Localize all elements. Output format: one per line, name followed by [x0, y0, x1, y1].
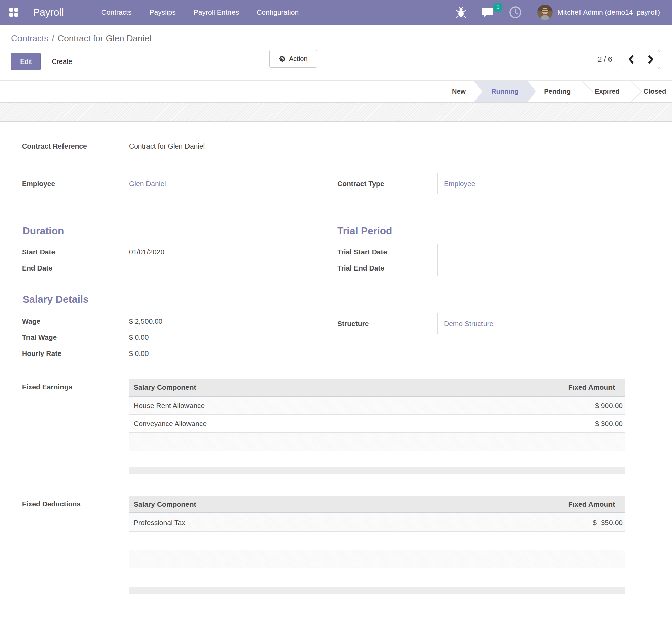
contract-reference-field: Contract Reference Contract for Glen Dan… [0, 136, 672, 157]
trial-start-date-label: Trial Start Date [337, 248, 387, 256]
statusbar-row: New Running Pending Expired Closed [0, 81, 672, 103]
section-title-duration: Duration [23, 225, 336, 237]
section-title-trial-period: Trial Period [337, 225, 672, 237]
pager: 2 / 6 [598, 50, 660, 69]
wage-value: $ 2,500.00 [129, 317, 162, 325]
trial-end-date-label: Trial End Date [337, 264, 384, 272]
user-name: Mitchell Admin (demo14_payroll) [558, 8, 660, 17]
status-step-new[interactable]: New [440, 81, 477, 103]
table-footer-bar [129, 587, 625, 594]
nav-menu-contracts[interactable]: Contracts [101, 8, 132, 17]
table-blank-area [129, 568, 625, 587]
column-header-fixed-amount[interactable]: Fixed Amount [405, 496, 625, 513]
table-footer-bar [129, 467, 625, 474]
app-title[interactable]: Payroll [33, 7, 64, 18]
table-blank-area [129, 451, 625, 467]
fixed-earnings-section: Fixed Earnings Salary Component Fixed Am… [0, 379, 672, 474]
table-header: Salary Component Fixed Amount [129, 379, 625, 396]
table-row[interactable]: Professional Tax $ -350.00 [129, 514, 625, 531]
navbar-menus: Contracts Payslips Payroll Entries Confi… [101, 8, 316, 17]
salary-component-cell: House Rent Allowance [129, 396, 411, 414]
table-row[interactable]: Conveyance Allowance $ 300.00 [129, 415, 625, 433]
fixed-deductions-table: Salary Component Fixed Amount Profession… [129, 496, 625, 594]
nav-menu-configuration[interactable]: Configuration [257, 8, 299, 17]
contract-reference-value: Contract for Glen Daniel [129, 142, 205, 150]
action-button[interactable]: Action [269, 50, 317, 68]
apps-menu-icon[interactable] [9, 7, 19, 18]
contract-reference-label: Contract Reference [22, 142, 87, 150]
fixed-deductions-section: Fixed Deductions Salary Component Fixed … [0, 496, 672, 594]
wage-label: Wage [22, 317, 40, 325]
column-header-salary-component[interactable]: Salary Component [129, 379, 411, 395]
trial-wage-value: $ 0.00 [129, 333, 149, 341]
fixed-amount-cell: $ -350.00 [405, 514, 625, 531]
empty-row [129, 550, 625, 568]
section-title-salary-details: Salary Details [23, 294, 336, 305]
action-button-label: Action [289, 55, 308, 63]
contract-type-field: Contract Type Employee [336, 173, 672, 194]
column-header-salary-component[interactable]: Salary Component [129, 496, 405, 513]
gear-icon [279, 55, 286, 62]
top-navbar: Payroll Contracts Payslips Payroll Entri… [0, 0, 672, 25]
form-sheet: Contract Reference Contract for Glen Dan… [0, 121, 672, 616]
nav-menu-payslips[interactable]: Payslips [150, 8, 176, 17]
edit-button[interactable]: Edit [11, 53, 41, 70]
chevron-left-icon [629, 55, 634, 64]
fixed-deductions-label: Fixed Deductions [22, 500, 81, 508]
salary-component-cell: Conveyance Allowance [129, 415, 411, 433]
duration-fields: Start Date End Date 01/01/2020 [0, 244, 336, 276]
table-row[interactable]: House Rent Allowance $ 900.00 [129, 396, 625, 415]
column-header-fixed-amount[interactable]: Fixed Amount [411, 379, 625, 395]
control-panel-buttons: Edit Create [11, 53, 672, 70]
employee-field: Employee Glen Daniel [0, 173, 336, 194]
navbar-right-section: 5 Mitchell Admin (demo14_payroll) [440, 5, 660, 20]
salary-component-cell: Professional Tax [129, 514, 405, 531]
pager-next-button[interactable] [641, 50, 660, 69]
debug-icon[interactable] [456, 7, 466, 18]
start-date-label: Start Date [22, 248, 55, 256]
contract-type-label: Contract Type [337, 180, 384, 188]
end-date-label: End Date [22, 264, 52, 272]
structure-label: Structure [337, 319, 369, 328]
activities-clock-icon[interactable] [509, 6, 522, 19]
pager-count: 2 / 6 [598, 55, 612, 64]
salary-fields: Wage Trial Wage Hourly Rate $ 2,500.00 $… [0, 313, 336, 362]
nav-menu-payroll-entries[interactable]: Payroll Entries [193, 8, 239, 17]
fixed-earnings-label: Fixed Earnings [22, 383, 73, 391]
chevron-right-icon [648, 55, 653, 64]
breadcrumb-separator: / [52, 33, 54, 43]
fixed-amount-cell: $ 900.00 [411, 396, 625, 414]
user-menu[interactable]: Mitchell Admin (demo14_payroll) [537, 5, 660, 20]
sheet-background-texture [0, 103, 672, 121]
status-step-running[interactable]: Running [474, 81, 536, 103]
hourly-rate-label: Hourly Rate [22, 349, 61, 358]
breadcrumb-link-contracts[interactable]: Contracts [11, 33, 48, 43]
user-avatar [537, 5, 553, 20]
message-count-badge: 5 [493, 3, 502, 12]
statusbar: New Running Pending Expired Closed [440, 81, 672, 103]
pager-previous-button[interactable] [622, 50, 641, 69]
breadcrumb-current: Contract for Glen Daniel [58, 33, 152, 43]
trial-wage-label: Trial Wage [22, 333, 57, 341]
trial-period-fields: Trial Start Date Trial End Date [336, 244, 672, 276]
create-button[interactable]: Create [43, 53, 81, 70]
hourly-rate-value: $ 0.00 [129, 349, 149, 358]
empty-row [129, 433, 625, 451]
control-panel: Contracts/Contract for Glen Daniel Edit … [0, 25, 672, 81]
table-blank-area [129, 531, 625, 550]
table-header: Salary Component Fixed Amount [129, 496, 625, 514]
start-date-value: 01/01/2020 [129, 248, 164, 256]
fixed-amount-cell: $ 300.00 [411, 415, 625, 433]
structure-field: Structure Demo Structure [336, 313, 672, 334]
fixed-earnings-table: Salary Component Fixed Amount House Rent… [129, 379, 625, 474]
employee-label: Employee [22, 180, 55, 188]
breadcrumb: Contracts/Contract for Glen Daniel [11, 33, 672, 44]
messages-icon[interactable]: 5 [482, 7, 494, 18]
contract-type-link[interactable]: Employee [444, 180, 475, 188]
structure-link[interactable]: Demo Structure [444, 319, 493, 328]
employee-link[interactable]: Glen Daniel [129, 180, 166, 188]
